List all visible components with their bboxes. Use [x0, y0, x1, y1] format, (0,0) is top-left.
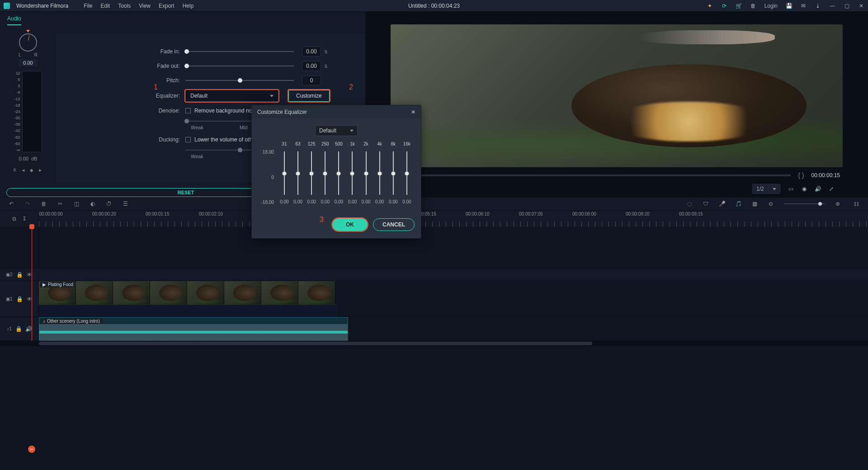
time-ruler[interactable]: 00:00:00:00 00:00:00:20 00:00:01:15 00:0… — [39, 211, 868, 227]
menu-bar: Wondershare Filmora File Edit Tools View… — [0, 0, 868, 12]
eq-slider[interactable] — [338, 151, 339, 195]
render-icon[interactable]: ◌ — [686, 201, 693, 207]
fit-icon[interactable]: ⫿⫿ — [854, 201, 860, 207]
fullscreen-icon[interactable]: ⤢ — [828, 186, 835, 192]
playhead[interactable]: ✂ — [32, 227, 32, 341]
audio-clip[interactable]: ♪Other scenery (Long intro) — [39, 317, 348, 341]
voiceover-icon[interactable]: 🎤 — [719, 201, 725, 207]
menu-export[interactable]: Export — [159, 3, 175, 9]
ducking-checkbox[interactable] — [185, 137, 191, 142]
pitch-slider[interactable] — [185, 80, 294, 81]
mail-icon[interactable]: ✉ — [800, 3, 807, 9]
dialog-titlebar[interactable]: Customize Equalizer ✕ — [252, 105, 421, 119]
audio-tab-row: Audio — [0, 12, 365, 24]
ok-button[interactable]: OK — [332, 218, 368, 231]
scrubber[interactable] — [396, 174, 791, 176]
trash-icon[interactable]: 🗑 — [750, 3, 756, 9]
eq-slider[interactable] — [379, 151, 380, 195]
delete-icon[interactable]: 🗑 — [41, 201, 47, 207]
denoise-checkbox[interactable] — [185, 108, 191, 113]
eq-band-31: 310.00 — [278, 141, 291, 205]
minimize-icon[interactable]: — — [829, 3, 835, 9]
lock-icon[interactable]: 🔒 — [16, 296, 23, 302]
pitch-label: Pitch: — [56, 77, 185, 84]
annotation-2: 2 — [349, 83, 353, 91]
preview-canvas[interactable] — [391, 24, 843, 167]
music-icon[interactable]: 🎵 — [735, 201, 741, 207]
pitch-value[interactable]: 0 — [302, 75, 321, 85]
eq-slider[interactable] — [352, 151, 353, 195]
customize-button[interactable]: Customize — [288, 90, 330, 102]
lock-icon[interactable]: 🔒 — [15, 326, 22, 332]
paste-icon[interactable]: ↧ — [21, 216, 28, 222]
video-subtrack[interactable] — [39, 305, 337, 317]
download-icon[interactable]: ⤓ — [815, 3, 821, 9]
update-icon[interactable]: ⟳ — [721, 3, 727, 9]
overlay-icon[interactable]: ▦ — [751, 201, 758, 207]
effects-icon[interactable]: ◐ — [90, 201, 96, 207]
fade-in-slider[interactable] — [185, 51, 294, 52]
redo-icon[interactable]: ↷ — [24, 201, 31, 207]
bracket-out-icon[interactable]: } — [802, 172, 804, 179]
fade-out-slider[interactable] — [185, 66, 294, 66]
marker-icon[interactable]: 🛡 — [703, 201, 709, 207]
tab-audio[interactable]: Audio — [7, 15, 21, 25]
eq-slider[interactable] — [325, 151, 326, 195]
equalizer-preset-dropdown[interactable]: Default — [185, 90, 278, 102]
speaker-icon[interactable]: 🔊 — [25, 326, 32, 332]
eq-slider[interactable] — [284, 151, 285, 195]
zoom-slider[interactable] — [784, 203, 825, 204]
volume-icon[interactable]: 🔊 — [815, 186, 821, 192]
fade-out-value[interactable]: 0.00 — [302, 61, 321, 71]
bracket-in-icon[interactable]: { — [798, 172, 800, 179]
eq-slider[interactable] — [393, 151, 394, 195]
split-icon[interactable]: ✂ — [57, 201, 63, 207]
fade-in-value[interactable]: 0.00 — [302, 47, 321, 56]
menu-view[interactable]: View — [139, 3, 151, 9]
dialog-close-icon[interactable]: ✕ — [411, 109, 415, 115]
tips-icon[interactable]: ✦ — [707, 3, 713, 9]
knob-marker-icon — [26, 30, 30, 33]
audio-track-body[interactable]: ♪Other scenery (Long intro) — [39, 317, 868, 340]
zoom-in-icon[interactable]: ⊕ — [835, 201, 841, 207]
login-link[interactable]: Login — [764, 3, 778, 9]
ruler-row: ⧉ ↧ 00:00:00:00 00:00:00:20 00:00:01:15 … — [0, 211, 868, 227]
fade-in-row: Fade in: 0.00 s — [56, 44, 349, 59]
menu-edit[interactable]: Edit — [101, 3, 110, 9]
save-icon[interactable]: 💾 — [786, 3, 792, 9]
eq-preset-dropdown[interactable]: Default — [315, 125, 358, 136]
top-area: Audio LR 0.00 1260-6-12-18-24-30-36-42-5… — [0, 12, 868, 197]
menu-tools[interactable]: Tools — [118, 3, 131, 9]
zoom-out-icon[interactable]: ⊖ — [768, 201, 774, 207]
denoise-label: Denoise: — [56, 108, 185, 114]
snapshot-icon[interactable]: ◉ — [801, 186, 807, 192]
maximize-icon[interactable]: ▢ — [844, 3, 850, 9]
lr-label: LR — [19, 52, 38, 57]
eq-band-8k: 8k0.00 — [387, 141, 400, 205]
display-icon[interactable]: ▭ — [788, 186, 794, 192]
copy-icon[interactable]: ⧉ — [11, 216, 18, 222]
audio-clip-label: ♪Other scenery (Long intro) — [40, 318, 103, 324]
cart-icon[interactable]: 🛒 — [736, 3, 742, 9]
close-icon[interactable]: ✕ — [858, 3, 864, 9]
speed-icon[interactable]: ⏱ — [106, 201, 112, 207]
crop-icon[interactable]: ◫ — [73, 201, 80, 207]
track-video: ▣1 🔒 👁 ▶Plating Food — [0, 281, 868, 317]
keyframe-nav[interactable]: K◄◆► — [14, 168, 42, 173]
menu-help[interactable]: Help — [183, 3, 194, 9]
eq-slider[interactable] — [311, 151, 312, 195]
adjust-icon[interactable]: ☰ — [122, 201, 128, 207]
volume-knob[interactable] — [19, 33, 37, 52]
speed-combo[interactable]: 1/2 — [752, 184, 780, 194]
lock-icon[interactable]: 🔒 — [16, 272, 23, 278]
undo-icon[interactable]: ↶ — [8, 201, 14, 207]
menu-file[interactable]: File — [84, 3, 92, 9]
eq-slider[interactable] — [297, 151, 298, 195]
cancel-button[interactable]: CANCEL — [373, 218, 415, 231]
eq-slider[interactable] — [366, 151, 367, 195]
video-track-body[interactable]: ▶Plating Food — [39, 281, 868, 317]
video-clip[interactable] — [39, 281, 337, 305]
horizontal-scrollbar[interactable] — [0, 341, 868, 346]
eq-slider[interactable] — [406, 151, 407, 195]
eq-band-250: 2500.00 — [318, 141, 332, 205]
